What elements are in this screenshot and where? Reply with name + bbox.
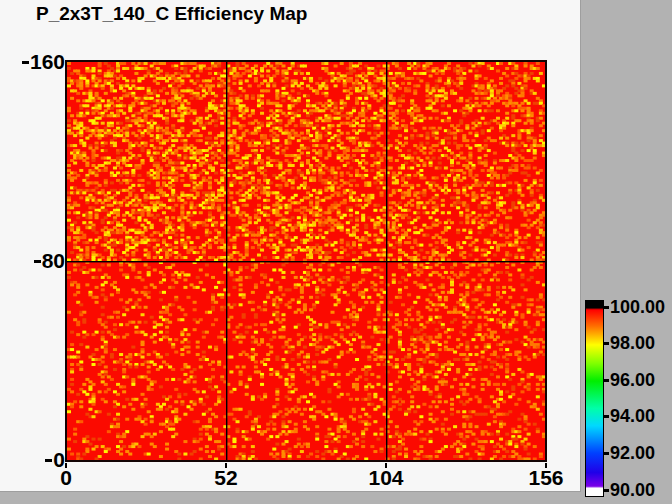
heatmap-canvas [67,62,545,460]
colorbar-label-text: 92.00 [610,443,655,464]
colorbar-gradient [586,301,603,496]
colorbar-label: 100.00 [603,297,665,317]
colorbar-label: 90.00 [603,480,655,500]
tick-dash [22,61,29,64]
colorbar-label: 98.00 [603,334,655,354]
colorbar-label-text: 94.00 [610,406,655,427]
y-tick-label: 160 [22,51,65,73]
y-tick-label: 80 [34,250,65,272]
colorbar-label-text: 96.00 [610,370,655,391]
tick-dash [603,342,609,345]
x-tick-label: 52 [214,466,237,490]
x-tick-label: 0 [60,466,72,490]
tick-dash [603,452,609,455]
tick-dash [45,459,52,462]
colorbar-label: 92.00 [603,443,655,463]
tick-dash [603,306,609,309]
heatmap-plot [65,60,547,462]
colorbar-label-text: 100.00 [610,297,665,318]
efficiency-map-window: { "title": "P_2x3T_140_C Efficiency Map"… [0,0,672,504]
colorbar-label-text: 90.00 [610,480,655,501]
tick-dash [603,489,609,492]
x-tick-label: 104 [368,466,403,490]
y-tick-text: 80 [42,249,65,273]
colorbar-label-text: 98.00 [610,333,655,354]
y-tick-text: 160 [30,50,65,74]
x-tick-label: 156 [528,466,563,490]
tick-dash [603,379,609,382]
tick-dash [34,260,41,263]
chart-title: P_2x3T_140_C Efficiency Map [36,3,307,25]
colorbar-label: 94.00 [603,407,655,427]
tick-dash [603,415,609,418]
colorbar-label: 96.00 [603,370,655,390]
colorbar [585,300,604,497]
